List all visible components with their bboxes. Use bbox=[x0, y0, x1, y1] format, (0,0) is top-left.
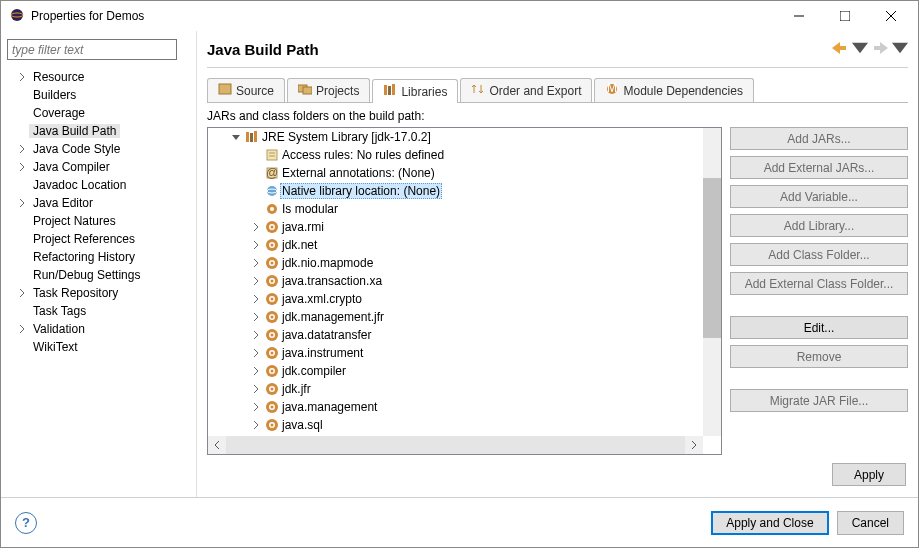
expand-icon[interactable] bbox=[228, 129, 244, 145]
category-item[interactable]: Java Build Path bbox=[7, 122, 190, 140]
horizontal-scrollbar[interactable] bbox=[208, 436, 703, 454]
expand-icon[interactable] bbox=[248, 273, 264, 289]
migrate-jar-button[interactable]: Migrate JAR File... bbox=[730, 389, 908, 412]
add-library-button[interactable]: Add Library... bbox=[730, 214, 908, 237]
scroll-right-icon[interactable] bbox=[685, 436, 703, 454]
expand-icon[interactable] bbox=[248, 327, 264, 343]
jre-system-library[interactable]: JRE System Library [jdk-17.0.2] bbox=[208, 128, 703, 146]
projects-icon bbox=[298, 82, 312, 99]
expand-icon[interactable] bbox=[248, 309, 264, 325]
expand-icon[interactable] bbox=[248, 255, 264, 271]
package-node[interactable]: jdk.jfr bbox=[208, 380, 703, 398]
category-item[interactable]: Javadoc Location bbox=[7, 176, 190, 194]
tab-libraries[interactable]: Libraries bbox=[372, 79, 458, 103]
expand-icon[interactable] bbox=[15, 196, 29, 210]
expand-icon[interactable] bbox=[248, 363, 264, 379]
package-node[interactable]: java.xml.crypto bbox=[208, 290, 703, 308]
category-item[interactable]: Java Editor bbox=[7, 194, 190, 212]
add-external-jars-button[interactable]: Add External JARs... bbox=[730, 156, 908, 179]
expand-icon[interactable] bbox=[15, 70, 29, 84]
svg-point-25 bbox=[270, 207, 274, 211]
native-library-location[interactable]: Native library location: (None) bbox=[208, 182, 703, 200]
category-item[interactable]: Refactoring History bbox=[7, 248, 190, 266]
apply-and-close-button[interactable]: Apply and Close bbox=[711, 511, 828, 535]
filter-input[interactable] bbox=[7, 39, 177, 60]
expand-icon[interactable] bbox=[248, 237, 264, 253]
expand-icon[interactable] bbox=[15, 232, 29, 246]
libraries-tree[interactable]: JRE System Library [jdk-17.0.2]Access ru… bbox=[207, 127, 722, 455]
back-icon[interactable] bbox=[832, 42, 848, 57]
forward-dropdown-icon[interactable] bbox=[892, 42, 908, 57]
node-icon bbox=[264, 147, 280, 163]
expand-icon[interactable] bbox=[15, 322, 29, 336]
svg-point-58 bbox=[271, 406, 274, 409]
add-variable-button[interactable]: Add Variable... bbox=[730, 185, 908, 208]
package-node[interactable]: java.transaction.xa bbox=[208, 272, 703, 290]
expand-icon[interactable] bbox=[15, 106, 29, 120]
category-item[interactable]: Project References bbox=[7, 230, 190, 248]
remove-button[interactable]: Remove bbox=[730, 345, 908, 368]
category-item[interactable]: Builders bbox=[7, 86, 190, 104]
category-item[interactable]: Java Code Style bbox=[7, 140, 190, 158]
cancel-button[interactable]: Cancel bbox=[837, 511, 904, 535]
category-item[interactable]: Coverage bbox=[7, 104, 190, 122]
apply-button[interactable]: Apply bbox=[832, 463, 906, 486]
package-node[interactable]: java.instrument bbox=[208, 344, 703, 362]
expand-icon[interactable] bbox=[15, 340, 29, 354]
spacer bbox=[248, 165, 264, 181]
expand-icon[interactable] bbox=[15, 268, 29, 282]
package-node[interactable]: jdk.management.jfr bbox=[208, 308, 703, 326]
external-annotations[interactable]: @External annotations: (None) bbox=[208, 164, 703, 182]
package-node[interactable]: java.sql bbox=[208, 416, 703, 434]
category-item[interactable]: Task Repository bbox=[7, 284, 190, 302]
expand-icon[interactable] bbox=[15, 250, 29, 264]
category-item[interactable]: Java Compiler bbox=[7, 158, 190, 176]
package-node[interactable]: jdk.net bbox=[208, 236, 703, 254]
scroll-left-icon[interactable] bbox=[208, 436, 226, 454]
tab-source[interactable]: Source bbox=[207, 78, 285, 102]
package-node[interactable]: java.datatransfer bbox=[208, 326, 703, 344]
tab-projects[interactable]: Projects bbox=[287, 78, 370, 102]
expand-icon[interactable] bbox=[15, 214, 29, 228]
category-item[interactable]: Project Natures bbox=[7, 212, 190, 230]
expand-icon[interactable] bbox=[248, 291, 264, 307]
edit-button[interactable]: Edit... bbox=[730, 316, 908, 339]
expand-icon[interactable] bbox=[15, 88, 29, 102]
is-modular[interactable]: Is modular bbox=[208, 200, 703, 218]
close-button[interactable] bbox=[868, 1, 914, 31]
add-class-folder-button[interactable]: Add Class Folder... bbox=[730, 243, 908, 266]
add-jars-button[interactable]: Add JARs... bbox=[730, 127, 908, 150]
package-node[interactable]: java.rmi bbox=[208, 218, 703, 236]
expand-icon[interactable] bbox=[248, 219, 264, 235]
help-icon[interactable]: ? bbox=[15, 512, 37, 534]
expand-icon[interactable] bbox=[248, 417, 264, 433]
back-dropdown-icon[interactable] bbox=[852, 42, 868, 57]
expand-icon[interactable] bbox=[15, 178, 29, 192]
expand-icon[interactable] bbox=[15, 286, 29, 300]
expand-icon[interactable] bbox=[15, 124, 29, 138]
vertical-scrollbar[interactable] bbox=[703, 128, 721, 436]
add-external-class-folder-button[interactable]: Add External Class Folder... bbox=[730, 272, 908, 295]
category-item[interactable]: Run/Debug Settings bbox=[7, 266, 190, 284]
expand-icon[interactable] bbox=[15, 142, 29, 156]
category-item[interactable]: Resource bbox=[7, 68, 190, 86]
package-node[interactable]: jdk.compiler bbox=[208, 362, 703, 380]
expand-icon[interactable] bbox=[248, 345, 264, 361]
minimize-button[interactable] bbox=[776, 1, 822, 31]
svg-rect-11 bbox=[392, 84, 395, 95]
access-rules[interactable]: Access rules: No rules defined bbox=[208, 146, 703, 164]
tab-order-export[interactable]: Order and Export bbox=[460, 78, 592, 102]
expand-icon[interactable] bbox=[15, 160, 29, 174]
category-item[interactable]: Task Tags bbox=[7, 302, 190, 320]
forward-icon[interactable] bbox=[872, 42, 888, 57]
package-node[interactable]: jdk.nio.mapmode bbox=[208, 254, 703, 272]
svg-point-31 bbox=[271, 244, 274, 247]
package-node[interactable]: java.management bbox=[208, 398, 703, 416]
maximize-button[interactable] bbox=[822, 1, 868, 31]
expand-icon[interactable] bbox=[15, 304, 29, 318]
expand-icon[interactable] bbox=[248, 399, 264, 415]
category-item[interactable]: Validation bbox=[7, 320, 190, 338]
tab-module-deps[interactable]: M Module Dependencies bbox=[594, 78, 753, 102]
expand-icon[interactable] bbox=[248, 381, 264, 397]
category-item[interactable]: WikiText bbox=[7, 338, 190, 356]
